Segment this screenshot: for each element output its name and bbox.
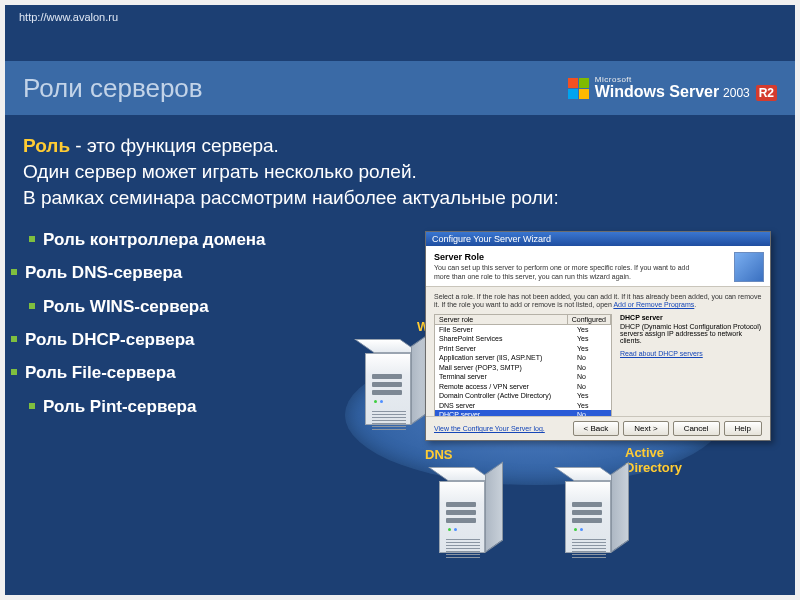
intro-line1: - это функция сервера. <box>70 135 279 156</box>
read-about-link[interactable]: Read about DHCP servers <box>620 350 703 357</box>
slide: http://www.avalon.ru Роли серверов Micro… <box>5 5 795 595</box>
slide-title: Роли серверов <box>23 73 203 104</box>
table-row[interactable]: Terminal serverNo <box>435 372 611 381</box>
windows-flag-icon <box>568 78 589 99</box>
intro-line2: Один сервер может играть несколько ролей… <box>23 159 781 185</box>
label-dns: DNS <box>425 447 452 462</box>
wizard-titlebar: Configure Your Server Wizard <box>426 232 770 246</box>
view-log-link[interactable]: View the Configure Your Server log. <box>434 425 545 432</box>
help-button[interactable]: Help <box>724 421 762 436</box>
role-label: Роль DHCP-сервера <box>25 330 195 349</box>
bullet-icon <box>29 236 35 242</box>
wizard-banner-sub: You can set up this server to perform on… <box>434 264 694 282</box>
col-configured: Configured <box>568 315 611 324</box>
role-label: Роль Pint-сервера <box>43 397 196 416</box>
wizard-desc: Select a role. If the role has not been … <box>434 293 762 311</box>
col-role: Server role <box>435 315 568 324</box>
table-row[interactable]: DNS serverYes <box>435 401 611 410</box>
bullet-icon <box>29 303 35 309</box>
label-ad: Active Directory <box>625 445 705 475</box>
table-row[interactable]: Remote access / VPN serverNo <box>435 382 611 391</box>
wizard-banner-title: Server Role <box>434 252 762 262</box>
table-row[interactable]: File ServerYes <box>435 325 611 334</box>
bullet-icon <box>11 369 17 375</box>
table-row[interactable]: Print ServerYes <box>435 344 611 353</box>
brand-edition: R2 <box>756 85 777 101</box>
server-role-icon <box>734 252 764 282</box>
table-row[interactable]: Domain Controller (Active Directory)Yes <box>435 391 611 400</box>
role-label: Роль File-сервера <box>25 363 176 382</box>
bullet-icon <box>11 269 17 275</box>
intro-role-word: Роль <box>23 135 70 156</box>
title-band: Роли серверов Microsoft Windows Server 2… <box>5 61 795 115</box>
info-desc: DHCP (Dynamic Host Configuration Protoco… <box>620 323 762 344</box>
info-title: DHCP server <box>620 314 762 321</box>
server-icon <box>565 467 635 553</box>
configure-server-wizard: Configure Your Server Wizard Server Role… <box>425 231 771 441</box>
table-row[interactable]: SharePoint ServicesYes <box>435 334 611 343</box>
wizard-banner: Server Role You can set up this server t… <box>426 246 770 287</box>
table-row[interactable]: Application server (IIS, ASP.NET)No <box>435 353 611 362</box>
back-button[interactable]: < Back <box>573 421 620 436</box>
intro-line3: В рамках семинара рассмотрим наиболее ак… <box>23 185 781 211</box>
cancel-button[interactable]: Cancel <box>673 421 720 436</box>
next-button[interactable]: Next > <box>623 421 668 436</box>
bullet-icon <box>29 403 35 409</box>
role-label: Роль DNS-сервера <box>25 263 182 282</box>
source-url: http://www.avalon.ru <box>19 11 118 23</box>
role-label: Роль WINS-сервера <box>43 297 209 316</box>
brand-logo: Microsoft Windows Server 2003 R2 <box>568 76 777 100</box>
add-remove-programs-link[interactable]: Add or Remove Programs <box>613 301 694 308</box>
server-icon <box>439 467 509 553</box>
brand-product: Windows Server <box>595 83 719 100</box>
brand-year: 2003 <box>723 86 750 100</box>
role-label: Роль контроллера домена <box>43 230 266 249</box>
table-row[interactable]: Mail server (POP3, SMTP)No <box>435 363 611 372</box>
wizard-desc-text: Select a role. If the role has not been … <box>434 293 761 309</box>
bullet-icon <box>11 336 17 342</box>
